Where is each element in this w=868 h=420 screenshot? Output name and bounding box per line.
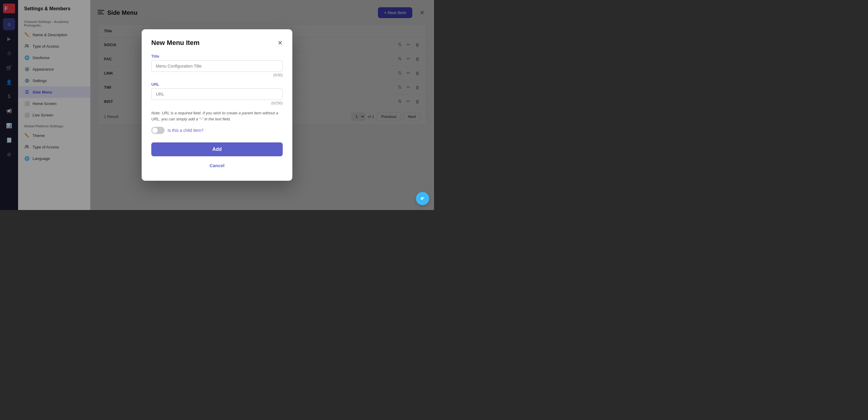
cancel-button[interactable]: Cancel [151, 160, 283, 171]
modal-backdrop: New Menu Item ✕ Title (0/30) URL (0/250)… [0, 0, 434, 210]
child-item-toggle[interactable] [151, 127, 164, 134]
add-button[interactable]: Add [151, 142, 283, 156]
url-char-count: (0/250) [151, 101, 283, 105]
title-input[interactable] [151, 60, 283, 72]
modal-title: New Menu Item [151, 39, 199, 47]
new-menu-item-modal: New Menu Item ✕ Title (0/30) URL (0/250)… [142, 29, 292, 181]
chat-support-button[interactable] [416, 192, 429, 205]
child-item-row: Is this a child item? [151, 127, 283, 134]
title-field-label: Title [151, 54, 283, 59]
modal-close-button[interactable]: ✕ [278, 40, 283, 46]
url-input[interactable] [151, 88, 283, 100]
modal-header: New Menu Item ✕ [151, 39, 283, 47]
title-char-count: (0/30) [151, 73, 283, 77]
url-note: Note: URL is a required field. If you wi… [151, 110, 283, 122]
toggle-track [151, 127, 164, 134]
child-item-label: Is this a child item? [167, 128, 204, 133]
url-field-label: URL [151, 82, 283, 87]
